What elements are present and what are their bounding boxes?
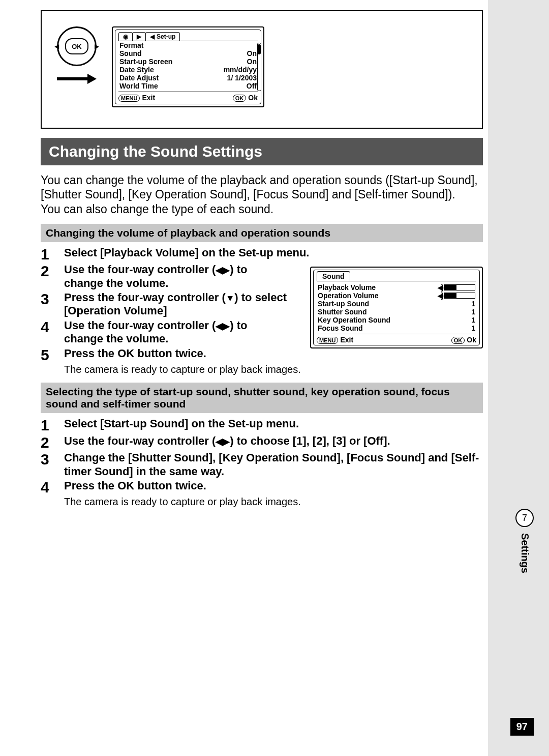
tab-setup: ◀ Set-up — [145, 32, 180, 41]
chapter-label: Settings — [519, 533, 531, 573]
ok-button-label: OK — [451, 337, 465, 344]
lcd-row-sound: Sound — [119, 49, 142, 57]
chapter-number: 7 — [515, 509, 534, 527]
setup-lcd: ◉ ▶ ◀ Set-up Format SoundOn Start-up Scr… — [112, 26, 264, 107]
step1-4: Use the four-way controller (◀▶) to chan… — [64, 319, 288, 346]
step2-note: The camera is ready to capture or play b… — [64, 496, 483, 508]
ok-dial-icon: ◀ OK ▶ — [57, 26, 97, 66]
step1-5: Press the OK button twice. — [64, 347, 483, 360]
menu-button-label: MENU — [118, 95, 140, 102]
intro-para-2: You can also change the type of each sou… — [41, 202, 483, 217]
lcd-row-format: Format — [119, 41, 143, 49]
lcd-row-dateadjust: Date Adjust — [119, 74, 159, 82]
menu-button-label: MENU — [317, 337, 338, 344]
tab-camera-icon: ◉ — [118, 32, 133, 41]
tab-play-icon: ▶ — [132, 32, 146, 41]
lcd-scrollbar — [257, 43, 261, 91]
step2-2: Use the four-way controller (◀▶) to choo… — [64, 434, 483, 448]
step2-4: Press the OK button twice. — [64, 479, 483, 492]
step2-3: Change the [Shutter Sound], [Key Operati… — [64, 451, 483, 478]
step1-1: Select [Playback Volume] on the Set-up m… — [64, 246, 483, 259]
lcd-row-datestyle: Date Style — [119, 66, 154, 74]
speaker-icon: ◀)) — [438, 292, 442, 300]
sound-lcd: Sound Playback Volume◀)) Operation Volum… — [310, 267, 483, 348]
side-tab: 7 Settings — [515, 509, 534, 573]
lcd-row-worldtime: World Time — [119, 82, 158, 90]
srow-shutter: Shutter Sound — [318, 308, 367, 316]
ok-button-label: OK — [233, 95, 247, 102]
side-strip — [488, 0, 549, 756]
srow-startup: Start-up Sound — [318, 300, 369, 308]
section-title: Changing the Sound Settings — [41, 138, 483, 165]
step1-note: The camera is ready to capture or play b… — [64, 364, 483, 375]
step1-2: Use the four-way controller (◀▶) to chan… — [64, 263, 288, 290]
speaker-icon: ◀)) — [438, 283, 442, 292]
srow-focus: Focus Sound — [318, 324, 363, 332]
lcd-row-startup: Start-up Screen — [119, 57, 172, 66]
intro-para-1: You can change the volume of the playbac… — [41, 173, 483, 201]
sound-tab: Sound — [317, 271, 350, 281]
srow-operation: Operation Volume — [318, 292, 379, 300]
ok-label: OK — [72, 43, 82, 50]
srow-playback: Playback Volume — [318, 283, 376, 292]
srow-keyop: Key Operation Sound — [318, 316, 390, 324]
step1-3: Press the four-way controller (▼) to sel… — [64, 291, 288, 318]
subsection-type: Selecting the type of start-up sound, sh… — [41, 383, 483, 413]
step2-1: Select [Start-up Sound] on the Set-up me… — [64, 417, 483, 430]
subsection-volume: Changing the volume of playback and oper… — [41, 224, 483, 242]
setup-menu-illustration: ◀ OK ▶ ◉ ▶ ◀ Set-up Format SoundOn — [41, 10, 483, 129]
arrow-right-icon — [57, 74, 97, 84]
page-number: 97 — [510, 718, 534, 736]
